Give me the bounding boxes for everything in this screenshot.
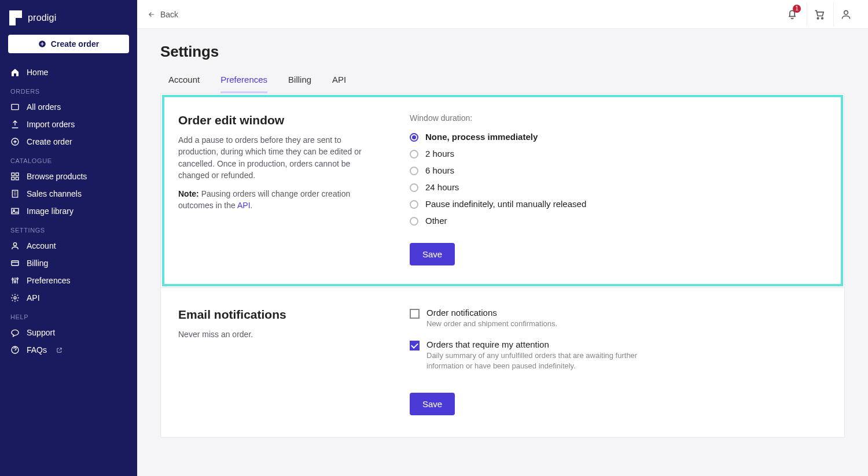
radio-icon: [410, 150, 418, 158]
upload-icon: [10, 120, 20, 129]
radio-icon: [410, 133, 418, 142]
nav-image-library[interactable]: Image library: [8, 202, 129, 220]
gear-icon: [10, 293, 20, 302]
radio-icon: [410, 183, 418, 192]
nav-home[interactable]: Home: [8, 64, 129, 81]
duration-option-other[interactable]: Other: [410, 216, 821, 226]
order-edit-title: Order edit window: [178, 113, 369, 127]
nav-label: Preferences: [27, 276, 70, 285]
radio-label: Other: [425, 216, 447, 226]
note-label: Note:: [178, 189, 199, 198]
svg-rect-6: [16, 177, 19, 180]
tab-api[interactable]: API: [332, 71, 346, 93]
page-title: Settings: [160, 43, 845, 61]
email-desc: Never miss an order.: [178, 329, 369, 340]
duration-option-24h[interactable]: 24 hours: [410, 182, 821, 192]
nav-browse-products[interactable]: Browse products: [8, 168, 129, 185]
nav-label: FAQs: [27, 345, 47, 355]
nav-billing[interactable]: Billing: [8, 254, 129, 272]
checkbox-sublabel: New order and shipment confirmations.: [426, 319, 557, 329]
nav-label: Billing: [27, 259, 48, 268]
nav-sales-channels[interactable]: Sales channels: [8, 185, 129, 202]
checkbox-label: Orders that require my attention: [426, 340, 670, 349]
nav-section-settings: SETTINGS: [8, 220, 129, 237]
nav-label: Sales channels: [27, 189, 82, 198]
svg-point-13: [14, 281, 16, 283]
order-edit-save-button[interactable]: Save: [410, 243, 455, 265]
radio-label: 24 hours: [425, 182, 459, 192]
nav-import-orders[interactable]: Import orders: [8, 116, 129, 133]
image-icon: [10, 206, 20, 216]
svg-rect-11: [12, 261, 19, 265]
brand-logo[interactable]: prodigi: [8, 8, 129, 35]
profile-button[interactable]: [833, 2, 858, 27]
svg-point-10: [13, 243, 16, 246]
tab-preferences[interactable]: Preferences: [220, 71, 267, 93]
plus-circle-icon: [10, 137, 20, 146]
email-save-button[interactable]: Save: [410, 393, 455, 415]
svg-point-17: [817, 17, 819, 19]
brand-name: prodigi: [28, 13, 56, 23]
radio-icon: [410, 200, 418, 209]
order-edit-form: Window duration: None, process immediate…: [410, 113, 821, 265]
notification-badge: 1: [793, 5, 801, 13]
nav-all-orders[interactable]: All orders: [8, 98, 129, 116]
help-circle-icon: [10, 345, 20, 355]
svg-rect-8: [12, 208, 19, 213]
tab-account[interactable]: Account: [168, 71, 200, 93]
nav-home-label: Home: [27, 68, 48, 77]
cart-button[interactable]: [807, 2, 831, 27]
settings-tabs: Account Preferences Billing API: [160, 71, 845, 93]
notifications-button[interactable]: 1: [780, 2, 804, 27]
create-order-label: Create order: [51, 39, 99, 49]
back-link[interactable]: Back: [148, 10, 178, 19]
checkbox-sublabel: Daily summary of any unfulfilled orders …: [426, 350, 670, 371]
back-label: Back: [160, 10, 178, 19]
api-link[interactable]: API: [237, 201, 251, 210]
svg-rect-1: [12, 104, 19, 109]
checkbox-order-notifications[interactable]: Order notifications New order and shipme…: [410, 308, 821, 329]
duration-option-indefinite[interactable]: Pause indefinitely, until manually relea…: [410, 199, 821, 209]
order-edit-desc: Add a pause to orders before they are se…: [178, 134, 369, 181]
create-order-button[interactable]: Create order: [8, 35, 129, 53]
note-text: Pausing orders will change order creatio…: [178, 189, 350, 210]
tab-billing[interactable]: Billing: [288, 71, 311, 93]
home-icon: [10, 68, 20, 77]
nav-preferences[interactable]: Preferences: [8, 272, 129, 289]
nav-section-orders: ORDERS: [8, 81, 129, 98]
checkbox-attention-orders[interactable]: Orders that require my attention Daily s…: [410, 340, 821, 371]
duration-option-2h[interactable]: 2 hours: [410, 149, 821, 158]
duration-option-6h[interactable]: 6 hours: [410, 165, 821, 175]
nav-faqs[interactable]: FAQs: [8, 341, 129, 359]
email-form: Order notifications New order and shipme…: [410, 308, 821, 415]
arrow-left-icon: [148, 10, 156, 19]
nav-label: All orders: [27, 102, 61, 112]
order-edit-note: Note: Pausing orders will change order c…: [178, 188, 369, 212]
nav-create-order[interactable]: Create order: [8, 133, 129, 150]
radio-icon: [410, 217, 418, 226]
nav-support[interactable]: Support: [8, 324, 129, 341]
svg-point-19: [844, 10, 848, 14]
nav-api[interactable]: API: [8, 289, 129, 307]
radio-label: 6 hours: [425, 165, 454, 175]
order-edit-info: Order edit window Add a pause to orders …: [178, 113, 369, 265]
topbar-actions: 1: [780, 2, 858, 27]
card-icon: [10, 259, 20, 268]
duration-option-none[interactable]: None, process immediately: [410, 132, 821, 142]
checkbox-icon: [410, 309, 420, 319]
svg-point-18: [821, 17, 823, 19]
sliders-icon: [10, 276, 20, 285]
user-icon: [840, 9, 852, 20]
topbar: Back 1: [137, 0, 868, 29]
main-area: Back 1 Settings Account Preferences Bill…: [137, 0, 868, 476]
nav-account[interactable]: Account: [8, 237, 129, 254]
svg-rect-3: [12, 173, 14, 176]
svg-point-14: [17, 278, 19, 279]
nav-label: Support: [27, 328, 55, 337]
radio-label: None, process immediately: [425, 132, 538, 142]
svg-rect-7: [12, 190, 17, 197]
nav-label: Account: [27, 241, 56, 250]
nav-label: Browse products: [27, 172, 87, 181]
orders-icon: [10, 102, 20, 112]
checkbox-label: Order notifications: [426, 308, 557, 318]
